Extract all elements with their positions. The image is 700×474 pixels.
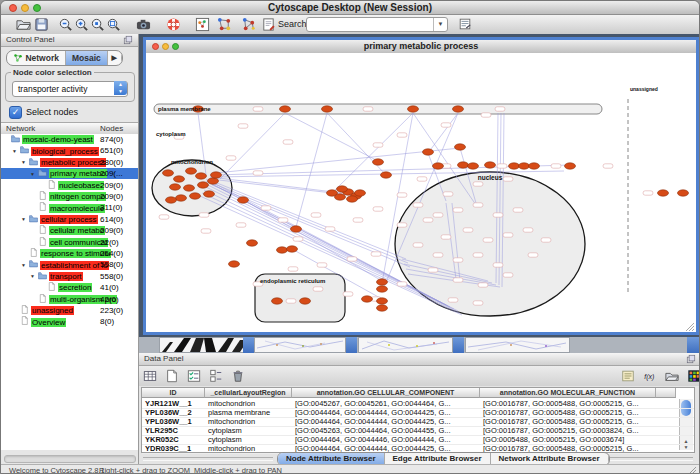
network-node[interactable] bbox=[190, 193, 201, 199]
gene-label-node[interactable] bbox=[199, 213, 209, 217]
gene-label-node[interactable] bbox=[473, 182, 483, 186]
gene-label-node[interactable] bbox=[423, 218, 433, 222]
table-cell[interactable]: [GO:0045267, GO:0045261, GO:0044464, G..… bbox=[292, 399, 480, 408]
tab-mosaic[interactable]: Mosaic bbox=[66, 51, 108, 65]
table-cell[interactable]: [GO:0016787, GO:0005215, GO:0003824, G..… bbox=[480, 426, 656, 435]
network-node[interactable] bbox=[198, 182, 209, 188]
expand-toggle-icon[interactable]: ▼ bbox=[21, 214, 29, 225]
table-cell[interactable]: [GO:0044464, GO:0044444, GO:0044425, G..… bbox=[292, 408, 480, 417]
table-cell[interactable]: [GO:0016787, GO:0005488, GO:0005215, G..… bbox=[480, 408, 656, 417]
tree-row-establishment-of-lo[interactable]: ▼establishment of lo558(0) bbox=[1, 259, 138, 270]
tree-row-macromolecule[interactable]: macromolecule311(0) bbox=[1, 202, 138, 213]
network-node[interactable] bbox=[170, 184, 181, 190]
gene-label-node[interactable] bbox=[497, 164, 507, 168]
tree-row-nucleobase-[interactable]: nucleobase-209(0) bbox=[1, 180, 138, 191]
network-node[interactable] bbox=[519, 163, 530, 169]
tree-row-multi-organism-pro[interactable]: multi-organism pro42(0) bbox=[1, 294, 138, 305]
gene-label-node[interactable] bbox=[413, 243, 423, 247]
tree-row-nitrogen-compo[interactable]: nitrogen compo209(0) bbox=[1, 191, 138, 202]
network-node[interactable] bbox=[377, 305, 388, 311]
network-node[interactable] bbox=[565, 163, 576, 169]
gene-label-node[interactable] bbox=[495, 107, 505, 111]
column-header--cellularlayoutregion[interactable]: _cellularLayoutRegion bbox=[205, 388, 292, 398]
expand-toggle-icon[interactable]: ▼ bbox=[12, 146, 20, 157]
network-overview-button[interactable] bbox=[193, 15, 211, 33]
select-attributes-button[interactable] bbox=[185, 367, 203, 385]
gene-label-node[interactable] bbox=[261, 206, 271, 210]
gene-label-node[interactable] bbox=[288, 267, 298, 271]
network-node[interactable] bbox=[455, 144, 466, 150]
tree-row-secretion[interactable]: secretion41(0) bbox=[1, 282, 138, 293]
network-node[interactable] bbox=[204, 191, 215, 197]
gene-label-node[interactable] bbox=[481, 113, 491, 117]
gene-label-node[interactable] bbox=[603, 164, 613, 168]
help-button[interactable] bbox=[164, 15, 182, 33]
window-frame-edge[interactable] bbox=[346, 337, 357, 353]
gene-label-node[interactable] bbox=[473, 301, 483, 305]
table-cell[interactable]: mitochondrion bbox=[205, 399, 292, 408]
background-window-fragment[interactable] bbox=[254, 337, 346, 353]
tree-row-overview[interactable]: Overview8(0) bbox=[1, 316, 138, 327]
table-cell[interactable]: [GO:0005488, GO:0005215, GO:0003674] bbox=[480, 435, 656, 444]
network-node[interactable] bbox=[458, 162, 469, 168]
network-node[interactable] bbox=[208, 178, 219, 184]
gene-label-node[interactable] bbox=[293, 237, 303, 241]
gene-label-node[interactable] bbox=[493, 213, 503, 217]
gene-label-node[interactable] bbox=[253, 107, 263, 111]
gene-label-node[interactable] bbox=[483, 238, 493, 242]
attribute-table[interactable]: ▲▼ ID_cellularLayoutRegionannotation.GO … bbox=[141, 387, 695, 453]
window-frame-edge[interactable] bbox=[243, 337, 254, 353]
gene-label-node[interactable] bbox=[513, 208, 523, 212]
expand-toggle-icon[interactable]: ▼ bbox=[30, 271, 38, 282]
network-node[interactable] bbox=[277, 247, 288, 253]
network-node[interactable] bbox=[362, 296, 373, 302]
tree-row-mosaic-demo-yeast[interactable]: mosaic-demo-yeast874(0) bbox=[1, 134, 138, 145]
control-panel-scrollbar[interactable] bbox=[4, 455, 136, 463]
float-panel-icon[interactable] bbox=[123, 35, 134, 46]
gene-label-node[interactable] bbox=[311, 213, 321, 217]
table-cell[interactable]: YPL036W__2 bbox=[142, 408, 205, 417]
gene-label-node[interactable] bbox=[643, 191, 653, 195]
network-node[interactable] bbox=[678, 190, 689, 196]
network-node[interactable] bbox=[211, 172, 222, 178]
layout-a-button[interactable] bbox=[215, 15, 233, 33]
save-session-button[interactable] bbox=[32, 15, 50, 33]
tree-row-metabolic-process[interactable]: ▼metabolic process280(0) bbox=[1, 157, 138, 168]
gene-label-node[interactable] bbox=[453, 258, 463, 262]
table-cell[interactable]: cytoplasm bbox=[205, 435, 292, 444]
network-node[interactable] bbox=[347, 196, 358, 202]
gene-label-node[interactable] bbox=[413, 203, 423, 207]
combobox-stepper-icon[interactable]: ▲▼ bbox=[114, 81, 127, 95]
gene-label-node[interactable] bbox=[397, 223, 407, 227]
tree-row-cell-communicat[interactable]: cell communicat22(0) bbox=[1, 237, 138, 248]
gene-label-node[interactable] bbox=[443, 192, 453, 196]
background-window-fragment[interactable] bbox=[358, 337, 453, 353]
network-node[interactable] bbox=[163, 170, 174, 176]
table-cell[interactable]: YKR052C bbox=[142, 435, 205, 444]
network-node[interactable] bbox=[355, 190, 366, 196]
network-node[interactable] bbox=[291, 226, 302, 232]
network-node[interactable] bbox=[377, 286, 388, 292]
gene-label-node[interactable] bbox=[551, 164, 561, 168]
gene-label-node[interactable] bbox=[428, 268, 438, 272]
gene-label-node[interactable] bbox=[371, 252, 381, 256]
network-node[interactable] bbox=[453, 106, 464, 112]
formula-builder-button[interactable]: f(x) bbox=[641, 367, 659, 385]
network-canvas[interactable]: plasma membranecytoplasmmitochondrionnuc… bbox=[146, 53, 696, 332]
gene-label-node[interactable] bbox=[236, 223, 246, 227]
gene-label-node[interactable] bbox=[397, 133, 407, 137]
network-node[interactable] bbox=[322, 106, 333, 112]
gene-label-node[interactable] bbox=[433, 213, 443, 217]
network-node[interactable] bbox=[373, 159, 384, 165]
gene-label-node[interactable] bbox=[278, 218, 288, 222]
gene-label-node[interactable] bbox=[441, 235, 451, 239]
gene-label-node[interactable] bbox=[503, 233, 513, 237]
chevron-down-icon[interactable]: ▼ bbox=[433, 18, 447, 31]
network-node[interactable] bbox=[186, 168, 197, 174]
network-node[interactable] bbox=[468, 163, 479, 169]
network-node[interactable] bbox=[184, 185, 195, 191]
tree-row-cellular-process[interactable]: ▼cellular process614(0) bbox=[1, 214, 138, 225]
network-node[interactable] bbox=[529, 163, 540, 169]
table-cell[interactable]: [GO:0016787, GO:0005488, GO:0005215, G..… bbox=[480, 399, 656, 408]
table-cell[interactable]: YPL036W__1 bbox=[142, 417, 205, 426]
